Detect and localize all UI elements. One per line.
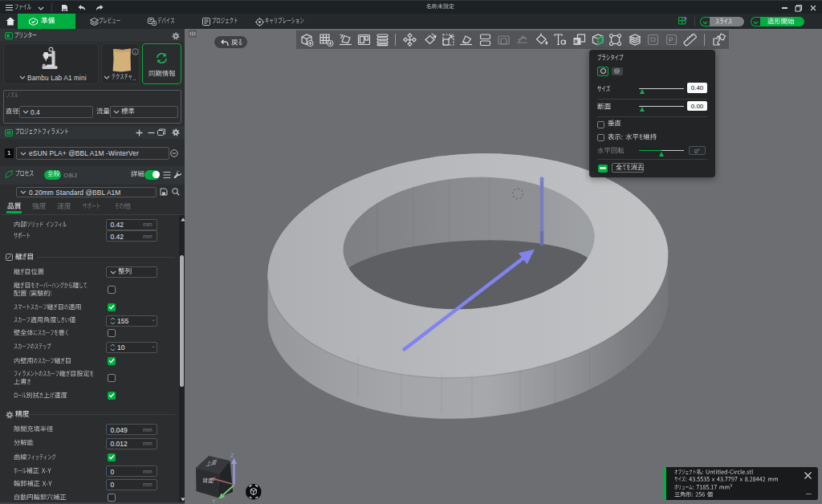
svg-text:Z: Z bbox=[230, 453, 234, 458]
svg-text:i: i bbox=[135, 49, 136, 55]
svg-text:Y: Y bbox=[212, 498, 216, 504]
